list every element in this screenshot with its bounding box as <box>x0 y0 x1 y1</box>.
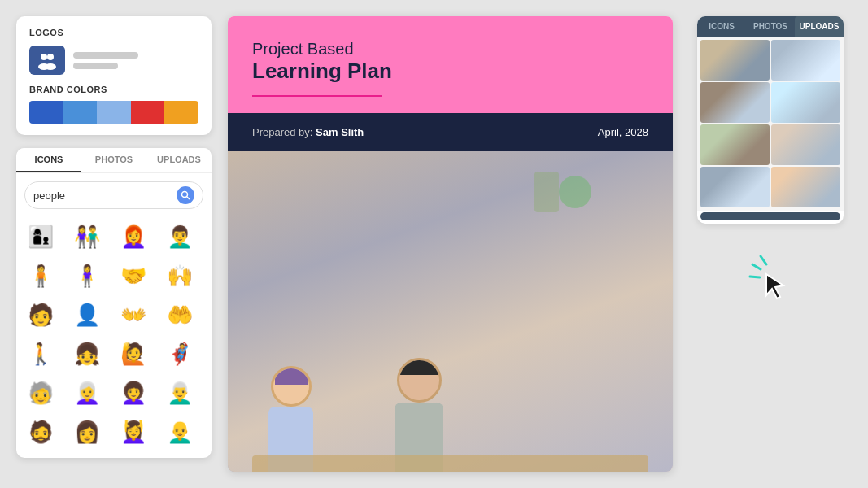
center-panel: Project Based Learning Plan Prepared by:… <box>228 16 673 472</box>
photo-thumb[interactable] <box>771 124 840 165</box>
icon-cell[interactable]: 👨‍🦳 <box>162 375 198 411</box>
photo-thumb[interactable] <box>771 40 840 81</box>
icons-search-card: ICONS PHOTOS UPLOADS 👩‍👦 👫 👩‍🦰 👨‍🦱 <box>16 148 212 458</box>
cursor-container <box>738 240 803 305</box>
svg-point-4 <box>182 192 188 198</box>
doc-title-bold: Learning Plan <box>252 59 648 84</box>
brand-colors-label: BRAND COLORS <box>29 85 198 94</box>
svg-point-1 <box>47 54 54 60</box>
swatch-yellow[interactable] <box>164 101 198 124</box>
icon-cell[interactable]: 👧 <box>69 336 105 372</box>
icon-cell[interactable]: 👫 <box>69 219 105 255</box>
document-card: Project Based Learning Plan Prepared by:… <box>228 16 673 472</box>
right-panel: ICONS PHOTOS UPLOADS <box>689 16 852 305</box>
doc-image <box>228 151 673 472</box>
photo-thumb[interactable] <box>700 124 770 165</box>
photo-thumb[interactable] <box>771 82 840 123</box>
doc-divider-line <box>252 95 382 97</box>
color-swatches <box>29 101 198 124</box>
tab-uploads[interactable]: UPLOADS <box>146 148 212 172</box>
photos-grid <box>697 37 844 211</box>
doc-prepared: Prepared by: Sam Slith <box>252 126 364 138</box>
icon-cell[interactable]: 👩‍🦳 <box>69 375 105 411</box>
icon-cell[interactable]: 🧍‍♀️ <box>69 258 105 294</box>
icon-cell[interactable]: 🦸 <box>162 336 198 372</box>
icon-cell[interactable]: 👐 <box>116 297 151 333</box>
icon-cell[interactable]: 🧓 <box>23 375 59 411</box>
swatch-blue[interactable] <box>29 101 63 124</box>
cursor-sparkle-svg <box>738 240 803 305</box>
photos-tab-icons[interactable]: ICONS <box>697 16 746 37</box>
photo-thumb[interactable] <box>700 40 770 81</box>
people-logo-icon <box>36 50 59 70</box>
icon-cell[interactable]: 🤲 <box>162 297 198 333</box>
icon-cell[interactable]: 🚶 <box>23 336 59 372</box>
photos-scroll-bar[interactable] <box>700 212 840 220</box>
photos-tab-photos[interactable]: PHOTOS <box>746 16 795 37</box>
search-box <box>24 181 203 209</box>
logo-row <box>29 46 198 75</box>
logos-label: LOGOS <box>29 28 198 37</box>
icon-cell[interactable]: 💆‍♀️ <box>116 414 151 450</box>
logo-line-long <box>73 52 138 59</box>
svg-point-0 <box>41 54 47 60</box>
icon-cell[interactable]: 🧍 <box>23 258 59 294</box>
photo-thumb[interactable] <box>700 167 770 207</box>
logos-card: LOGOS BRAND COLORS <box>16 16 212 135</box>
svg-point-3 <box>45 63 56 70</box>
icon-cell[interactable]: 👩‍👦 <box>23 219 59 255</box>
doc-header: Project Based Learning Plan <box>228 16 673 113</box>
svg-line-7 <box>752 264 761 269</box>
icon-cell[interactable]: 👤 <box>69 297 105 333</box>
search-input[interactable] <box>33 190 172 202</box>
main-container: LOGOS BRAND COLORS <box>0 0 868 488</box>
icons-tabs-row: ICONS PHOTOS UPLOADS <box>16 148 212 173</box>
photo-thumb[interactable] <box>771 167 840 207</box>
icon-cell[interactable]: 👩‍🦱 <box>116 375 151 411</box>
doc-date: April, 2028 <box>598 126 648 138</box>
icons-grid: 👩‍👦 👫 👩‍🦰 👨‍🦱 🧍 🧍‍♀️ 🤝 🙌 🧑 👤 👐 🤲 🚶 👧 🙋 🦸… <box>16 216 212 458</box>
photos-tab-uploads[interactable]: UPLOADS <box>795 16 844 37</box>
svg-line-6 <box>761 256 766 264</box>
search-icon <box>181 190 190 200</box>
logo-lines <box>73 52 138 69</box>
icon-cell[interactable]: 👩‍🦰 <box>116 219 151 255</box>
svg-line-5 <box>187 197 190 200</box>
photos-card: ICONS PHOTOS UPLOADS <box>697 16 844 224</box>
icon-cell[interactable]: 🙋 <box>116 336 151 372</box>
svg-marker-9 <box>766 274 783 298</box>
icon-cell[interactable]: 🧔 <box>23 414 59 450</box>
doc-bar: Prepared by: Sam Slith April, 2028 <box>228 113 673 151</box>
tab-icons[interactable]: ICONS <box>16 148 81 172</box>
tab-photos[interactable]: PHOTOS <box>81 148 146 172</box>
icon-cell[interactable]: 👨‍🦱 <box>162 219 198 255</box>
logo-line-short <box>73 63 118 69</box>
search-button[interactable] <box>177 186 194 204</box>
logo-icon-box <box>29 46 65 75</box>
icon-cell[interactable]: 🙌 <box>162 258 198 294</box>
photos-tabs: ICONS PHOTOS UPLOADS <box>697 16 844 37</box>
swatch-light-blue[interactable] <box>63 101 98 124</box>
icon-cell[interactable]: 🤝 <box>116 258 151 294</box>
icon-cell[interactable]: 🧑 <box>23 297 59 333</box>
swatch-pale-blue[interactable] <box>97 101 131 124</box>
photo-thumb[interactable] <box>700 82 770 123</box>
doc-title-top: Project Based <box>252 39 648 59</box>
icon-cell[interactable]: 👩 <box>69 414 105 450</box>
swatch-red[interactable] <box>131 101 165 124</box>
left-panel: LOGOS BRAND COLORS <box>16 16 212 458</box>
icon-cell[interactable]: 👨‍🦲 <box>162 414 198 450</box>
svg-line-8 <box>750 277 760 277</box>
